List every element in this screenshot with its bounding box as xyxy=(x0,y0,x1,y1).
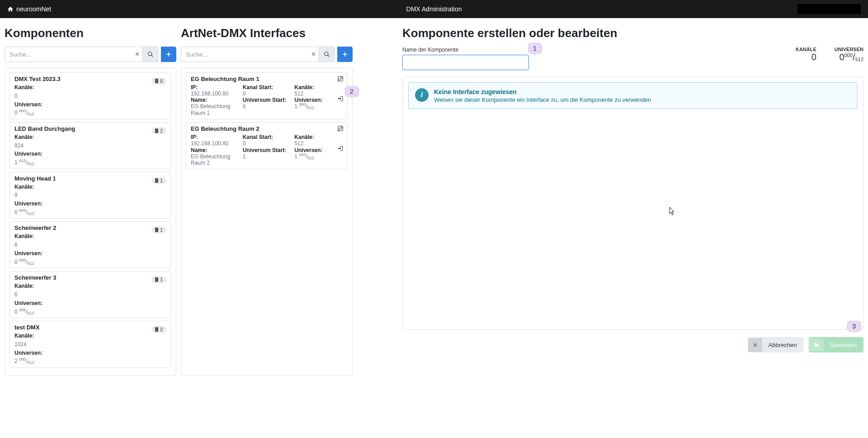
kanaele-value: 512 xyxy=(294,90,343,97)
kanaele-stat: KANÄLE 0 xyxy=(796,47,816,62)
assign-icon[interactable] xyxy=(337,95,344,102)
component-card[interactable]: Scheinwerfer 3 Kanäle: 6 Universen: 0 00… xyxy=(9,271,171,318)
component-name: test DMX xyxy=(14,324,166,331)
plus-icon xyxy=(165,51,172,57)
search-icon xyxy=(324,51,330,57)
svg-line-5 xyxy=(327,55,329,57)
component-card[interactable]: DMX Test 2023.3 Kanäle: 0 Universen: 0 0… xyxy=(9,72,171,119)
name-value: EG Beleuchtung Raum 2 xyxy=(191,153,239,167)
kanaele-value: 924 xyxy=(14,143,24,149)
interface-count-badge: 1 xyxy=(151,276,166,283)
universen-label: Universen: xyxy=(14,151,42,157)
universen-value: 0 006/512 xyxy=(14,259,34,265)
kanaele-label: Kanäle: xyxy=(294,84,343,90)
components-search-input[interactable] xyxy=(5,47,143,62)
kanaele-value: 1024 xyxy=(14,341,27,348)
interface-title: EG Beleuchtung Raum 1 xyxy=(191,76,343,82)
cancel-button[interactable]: ✕ Abbrechen xyxy=(748,337,804,352)
component-name: Scheinwerfer 3 xyxy=(14,274,166,281)
component-name: Moving Head 1 xyxy=(14,175,166,182)
svg-point-4 xyxy=(324,52,328,56)
kanaele-value: 0 xyxy=(796,52,816,62)
kanaele-label: Kanäle: xyxy=(294,134,343,140)
universen-label: Universen: xyxy=(14,300,42,306)
close-icon: ✕ xyxy=(748,338,762,352)
components-search-button[interactable] xyxy=(143,47,158,62)
edit-icon[interactable] xyxy=(337,125,344,132)
components-add-button[interactable] xyxy=(161,47,176,62)
cancel-label: Abbrechen xyxy=(769,342,797,348)
universen-value: 1 412/512 xyxy=(14,159,34,166)
universen-value: 0 000/512 xyxy=(14,110,34,116)
kanaele-label: KANÄLE xyxy=(796,47,816,52)
interface-card[interactable]: EG Beleuchtung Raum 2 IP: 192.168.100.80… xyxy=(186,122,348,169)
universen-value: 1 000/512 xyxy=(294,103,314,110)
navbar-right-block xyxy=(797,4,861,14)
kanaele-value: 512 xyxy=(294,140,343,147)
interfaces-list: 2 EG Beleuchtung Raum 1 IP: 192.168.100.… xyxy=(181,67,353,376)
universen-label: Universen: xyxy=(14,250,42,257)
universen-value: 1 000/512 xyxy=(294,153,314,160)
navbar-brand[interactable]: neuroomNet xyxy=(7,5,51,13)
components-list: DMX Test 2023.3 Kanäle: 0 Universen: 0 0… xyxy=(5,67,176,376)
assign-icon[interactable] xyxy=(337,145,344,152)
universen-value: 0 009/512 xyxy=(14,209,34,215)
interfaces-search-input[interactable] xyxy=(181,47,319,62)
home-icon xyxy=(7,6,14,12)
universen-value: 0 006/512 xyxy=(14,309,34,315)
universen-value: 0000/512 xyxy=(835,52,863,62)
svg-line-1 xyxy=(151,55,153,57)
cube-icon xyxy=(155,129,158,133)
name-field-label: Name der Komponente xyxy=(402,47,529,53)
interfaces-search-row: × xyxy=(181,47,353,62)
interface-card[interactable]: EG Beleuchtung Raum 1 IP: 192.168.100.80… xyxy=(186,72,348,119)
component-card[interactable]: Moving Head 1 Kanäle: 9 Universen: 0 009… xyxy=(9,172,171,219)
ip-label: IP: xyxy=(191,134,239,140)
edit-icon[interactable] xyxy=(337,76,344,82)
alert-title: Keine Interface zugewiesen xyxy=(434,88,651,95)
kanaele-label: Kanäle: xyxy=(14,333,34,339)
navbar: neuroomNet DMX Administration xyxy=(0,0,868,18)
brand-text: neuroomNet xyxy=(16,5,51,13)
component-card[interactable]: Scheinwerfer 2 Kanäle: 6 Universen: 0 00… xyxy=(9,221,171,268)
component-card[interactable]: LED Band Durchgang Kanäle: 924 Universen… xyxy=(9,122,171,169)
component-name-input[interactable] xyxy=(402,55,529,70)
name-label: Name: xyxy=(191,97,239,103)
cube-icon xyxy=(155,178,158,183)
components-column: Komponenten × DMX Test 2023.3 Kanäle: 0 … xyxy=(5,23,176,376)
clear-icon[interactable]: × xyxy=(135,50,139,58)
universen-stat: UNIVERSEN 0000/512 xyxy=(835,47,863,62)
clear-icon[interactable]: × xyxy=(311,50,316,58)
name-value: EG Beleuchtung Raum 1 xyxy=(191,103,239,116)
interfaces-column: ArtNet-DMX Interfaces × 2 EG Beleuchtung… xyxy=(181,23,353,376)
kanal-start-label: Kanal Start: xyxy=(243,134,291,140)
no-interface-alert: i Keine Interface zugewiesen Weisen sie … xyxy=(408,82,858,109)
interface-count-badge: 1 xyxy=(151,226,166,233)
universum-start-value: 0 xyxy=(243,103,291,110)
kanal-start-value: 0 xyxy=(243,90,291,97)
editor-footer: ✕ Abbrechen Speichern 3 xyxy=(402,337,863,352)
components-search-row: × xyxy=(5,47,176,62)
interfaces-add-button[interactable] xyxy=(337,47,353,62)
kanaele-label: Kanäle: xyxy=(14,184,34,190)
ip-label: IP: xyxy=(191,84,239,90)
kanaele-label: Kanäle: xyxy=(14,233,34,239)
interfaces-search-button[interactable] xyxy=(319,47,335,62)
save-label: Speichern xyxy=(830,342,857,348)
interface-count-badge: 1 xyxy=(151,177,166,184)
editor-body: i Keine Interface zugewiesen Weisen sie … xyxy=(402,76,863,330)
save-button[interactable]: Speichern xyxy=(809,337,863,352)
kanal-start-label: Kanal Start: xyxy=(243,84,291,90)
alert-text: Weisen sie dieser Komponente ein Interfa… xyxy=(434,96,651,103)
callout-1: 1 xyxy=(528,43,542,53)
cube-icon xyxy=(155,327,158,332)
interface-count-badge: 2 xyxy=(151,326,166,333)
name-label: Name: xyxy=(191,147,239,153)
cube-icon xyxy=(155,277,158,282)
components-heading: Komponenten xyxy=(5,26,176,40)
cube-icon xyxy=(155,228,158,232)
component-card[interactable]: test DMX Kanäle: 1024 Universen: 2 000/5… xyxy=(9,321,171,368)
universen-label: Universen: xyxy=(14,350,42,356)
interfaces-heading: ArtNet-DMX Interfaces xyxy=(181,26,353,40)
cube-icon xyxy=(155,79,158,83)
